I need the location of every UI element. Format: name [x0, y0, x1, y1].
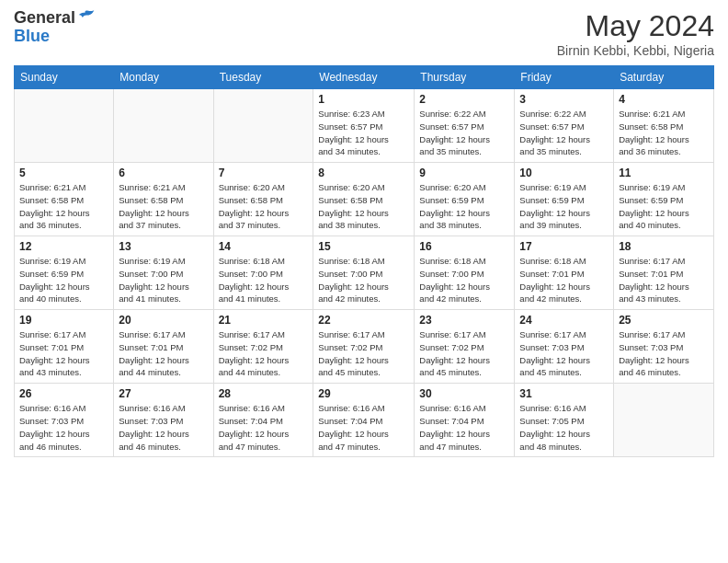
day-info: Sunrise: 6:20 AMSunset: 6:59 PMDaylight:…	[419, 181, 509, 232]
day-number: 16	[419, 240, 509, 253]
header: General Blue May 2024 Birnin Kebbi, Kebb…	[14, 9, 714, 58]
calendar-cell: 28Sunrise: 6:16 AMSunset: 7:04 PMDayligh…	[213, 384, 313, 457]
calendar-cell: 30Sunrise: 6:16 AMSunset: 7:04 PMDayligh…	[415, 384, 515, 457]
day-info: Sunrise: 6:16 AMSunset: 7:04 PMDaylight:…	[419, 402, 509, 453]
day-info: Sunrise: 6:16 AMSunset: 7:04 PMDaylight:…	[318, 402, 409, 453]
page: General Blue May 2024 Birnin Kebbi, Kebb…	[0, 0, 728, 563]
day-info: Sunrise: 6:19 AMSunset: 6:59 PMDaylight:…	[619, 181, 709, 232]
day-info: Sunrise: 6:19 AMSunset: 6:59 PMDaylight:…	[19, 255, 108, 305]
day-info: Sunrise: 6:22 AMSunset: 6:57 PMDaylight:…	[519, 108, 609, 158]
day-info: Sunrise: 6:18 AMSunset: 7:00 PMDaylight:…	[318, 255, 409, 305]
calendar-header-row: Sunday Monday Tuesday Wednesday Thursday…	[15, 66, 714, 89]
day-info: Sunrise: 6:20 AMSunset: 6:58 PMDaylight:…	[318, 181, 409, 232]
day-number: 24	[519, 314, 609, 327]
day-info: Sunrise: 6:16 AMSunset: 7:04 PMDaylight:…	[219, 402, 309, 453]
day-number: 8	[318, 167, 409, 179]
day-number: 23	[419, 314, 509, 327]
day-info: Sunrise: 6:18 AMSunset: 7:00 PMDaylight:…	[219, 255, 309, 305]
calendar-cell	[213, 89, 313, 163]
day-info: Sunrise: 6:21 AMSunset: 6:58 PMDaylight:…	[119, 181, 208, 232]
day-info: Sunrise: 6:17 AMSunset: 7:01 PMDaylight:…	[619, 255, 709, 305]
day-number: 3	[519, 93, 609, 106]
calendar-cell: 29Sunrise: 6:16 AMSunset: 7:04 PMDayligh…	[313, 384, 415, 457]
day-number: 11	[619, 167, 709, 179]
calendar-cell: 22Sunrise: 6:17 AMSunset: 7:02 PMDayligh…	[313, 310, 415, 384]
calendar-cell: 25Sunrise: 6:17 AMSunset: 7:03 PMDayligh…	[614, 310, 714, 384]
logo: General Blue	[14, 9, 96, 46]
day-number: 6	[119, 167, 208, 179]
calendar-cell: 14Sunrise: 6:18 AMSunset: 7:00 PMDayligh…	[213, 236, 313, 310]
day-number: 5	[19, 167, 108, 179]
day-number: 27	[119, 387, 208, 400]
calendar-cell: 6Sunrise: 6:21 AMSunset: 6:58 PMDaylight…	[114, 163, 213, 236]
calendar-cell: 20Sunrise: 6:17 AMSunset: 7:01 PMDayligh…	[114, 310, 213, 384]
day-info: Sunrise: 6:23 AMSunset: 6:57 PMDaylight:…	[318, 108, 409, 158]
calendar-cell: 4Sunrise: 6:21 AMSunset: 6:58 PMDaylight…	[614, 89, 714, 163]
calendar-week-row-1: 1Sunrise: 6:23 AMSunset: 6:57 PMDaylight…	[15, 89, 714, 163]
calendar-cell: 12Sunrise: 6:19 AMSunset: 6:59 PMDayligh…	[15, 236, 114, 310]
day-info: Sunrise: 6:20 AMSunset: 6:58 PMDaylight:…	[219, 181, 309, 232]
calendar-week-row-2: 5Sunrise: 6:21 AMSunset: 6:58 PMDaylight…	[15, 163, 714, 236]
calendar-cell	[614, 384, 714, 457]
day-number: 19	[19, 314, 108, 327]
day-number: 14	[219, 240, 309, 253]
calendar-table: Sunday Monday Tuesday Wednesday Thursday…	[14, 65, 714, 457]
day-number: 22	[318, 314, 409, 327]
col-sunday: Sunday	[15, 66, 114, 89]
calendar-cell: 16Sunrise: 6:18 AMSunset: 7:00 PMDayligh…	[415, 236, 515, 310]
day-info: Sunrise: 6:21 AMSunset: 6:58 PMDaylight:…	[619, 108, 709, 158]
calendar-cell: 31Sunrise: 6:16 AMSunset: 7:05 PMDayligh…	[515, 384, 614, 457]
title-block: May 2024 Birnin Kebbi, Kebbi, Nigeria	[557, 9, 714, 58]
day-number: 1	[318, 93, 409, 106]
day-number: 4	[619, 93, 709, 106]
day-number: 15	[318, 240, 409, 253]
day-info: Sunrise: 6:18 AMSunset: 7:00 PMDaylight:…	[419, 255, 509, 305]
col-tuesday: Tuesday	[213, 66, 313, 89]
calendar-cell: 13Sunrise: 6:19 AMSunset: 7:00 PMDayligh…	[114, 236, 213, 310]
calendar-cell: 23Sunrise: 6:17 AMSunset: 7:02 PMDayligh…	[415, 310, 515, 384]
day-number: 2	[419, 93, 509, 106]
day-info: Sunrise: 6:16 AMSunset: 7:03 PMDaylight:…	[19, 402, 108, 453]
day-info: Sunrise: 6:17 AMSunset: 7:02 PMDaylight:…	[419, 328, 509, 379]
col-thursday: Thursday	[415, 66, 515, 89]
col-monday: Monday	[114, 66, 213, 89]
day-info: Sunrise: 6:18 AMSunset: 7:01 PMDaylight:…	[519, 255, 609, 305]
calendar-cell: 1Sunrise: 6:23 AMSunset: 6:57 PMDaylight…	[313, 89, 415, 163]
day-info: Sunrise: 6:16 AMSunset: 7:03 PMDaylight:…	[119, 402, 208, 453]
calendar-week-row-4: 19Sunrise: 6:17 AMSunset: 7:01 PMDayligh…	[15, 310, 714, 384]
calendar-cell: 10Sunrise: 6:19 AMSunset: 6:59 PMDayligh…	[515, 163, 614, 236]
day-number: 30	[419, 387, 509, 400]
day-info: Sunrise: 6:19 AMSunset: 6:59 PMDaylight:…	[519, 181, 609, 232]
calendar-cell: 19Sunrise: 6:17 AMSunset: 7:01 PMDayligh…	[15, 310, 114, 384]
calendar-cell: 11Sunrise: 6:19 AMSunset: 6:59 PMDayligh…	[614, 163, 714, 236]
calendar-cell	[114, 89, 213, 163]
calendar-cell: 9Sunrise: 6:20 AMSunset: 6:59 PMDaylight…	[415, 163, 515, 236]
calendar-cell: 5Sunrise: 6:21 AMSunset: 6:58 PMDaylight…	[15, 163, 114, 236]
calendar-cell: 27Sunrise: 6:16 AMSunset: 7:03 PMDayligh…	[114, 384, 213, 457]
day-number: 7	[219, 167, 309, 179]
calendar-cell: 7Sunrise: 6:20 AMSunset: 6:58 PMDaylight…	[213, 163, 313, 236]
col-friday: Friday	[515, 66, 614, 89]
day-number: 12	[19, 240, 108, 253]
day-info: Sunrise: 6:21 AMSunset: 6:58 PMDaylight:…	[19, 181, 108, 232]
day-number: 18	[619, 240, 709, 253]
day-number: 10	[519, 167, 609, 179]
day-info: Sunrise: 6:17 AMSunset: 7:03 PMDaylight:…	[619, 328, 709, 379]
calendar-cell: 24Sunrise: 6:17 AMSunset: 7:03 PMDayligh…	[515, 310, 614, 384]
month-year-title: May 2024	[557, 9, 714, 43]
calendar-cell: 8Sunrise: 6:20 AMSunset: 6:58 PMDaylight…	[313, 163, 415, 236]
calendar-week-row-5: 26Sunrise: 6:16 AMSunset: 7:03 PMDayligh…	[15, 384, 714, 457]
day-info: Sunrise: 6:22 AMSunset: 6:57 PMDaylight:…	[419, 108, 509, 158]
day-number: 28	[219, 387, 309, 400]
calendar-cell: 3Sunrise: 6:22 AMSunset: 6:57 PMDaylight…	[515, 89, 614, 163]
day-number: 21	[219, 314, 309, 327]
day-info: Sunrise: 6:17 AMSunset: 7:03 PMDaylight:…	[519, 328, 609, 379]
calendar-cell: 26Sunrise: 6:16 AMSunset: 7:03 PMDayligh…	[15, 384, 114, 457]
day-info: Sunrise: 6:17 AMSunset: 7:01 PMDaylight:…	[19, 328, 108, 379]
calendar-week-row-3: 12Sunrise: 6:19 AMSunset: 6:59 PMDayligh…	[15, 236, 714, 310]
calendar-cell: 15Sunrise: 6:18 AMSunset: 7:00 PMDayligh…	[313, 236, 415, 310]
day-number: 25	[619, 314, 709, 327]
logo-text-general: General	[14, 9, 75, 28]
col-wednesday: Wednesday	[313, 66, 415, 89]
day-info: Sunrise: 6:17 AMSunset: 7:01 PMDaylight:…	[119, 328, 208, 379]
